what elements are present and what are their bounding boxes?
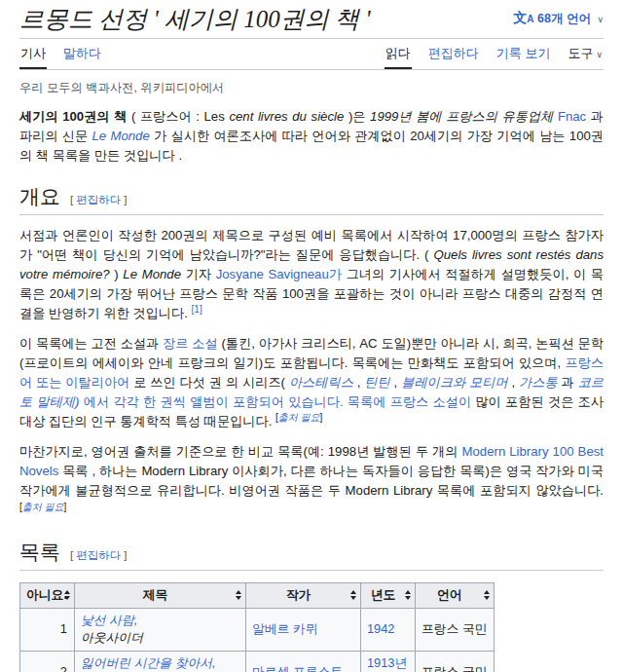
language-selector-button[interactable]: 文A 68개 언어 ∨	[513, 10, 604, 27]
text-run: 1999년 봄에 프랑스의 유통업체	[370, 109, 553, 124]
table-row: 1낯선 사람,아웃사이더알베르 카뮈1942프랑스 국민	[20, 608, 495, 651]
column-header-4[interactable]: 언어	[415, 582, 494, 608]
tab-talk[interactable]: 말하다	[62, 39, 102, 69]
section-heading-overview: 개요[편집하다]	[19, 183, 604, 215]
site-tagline: 우리 모두의 백과사전, 위키피디아에서	[19, 80, 604, 96]
tab-history[interactable]: 기록 보기	[495, 39, 552, 69]
column-header-label: 아니요.	[26, 587, 67, 602]
text-link[interactable]: Fnac	[558, 109, 586, 124]
table-body: 1낯선 사람,아웃사이더알베르 카뮈1942프랑스 국민2잃어버린 시간을 찾아…	[20, 608, 495, 672]
text-link[interactable]: 출처 필요	[22, 501, 64, 511]
text-run: 로 쓰인 다섯 권 의 시리즈(	[129, 375, 289, 390]
book-subtitle: 아웃사이더	[81, 630, 143, 645]
column-header-3[interactable]: 년도	[360, 582, 415, 608]
overview-paragraph-3: 마찬가지로, 영어권 출처를 기준으로 한 비교 목록(예: 1998년 발행된…	[19, 442, 604, 520]
text-run: Le Monde	[123, 267, 181, 281]
text-run: 과	[558, 375, 578, 390]
year-link[interactable]: 1942	[367, 621, 394, 636]
text-run: 이 목록에는 고전 소설과	[19, 336, 163, 351]
column-header-0[interactable]: 아니요.	[20, 582, 75, 608]
chevron-down-icon: ∨	[597, 15, 604, 24]
tab-tools[interactable]: 도구∨	[567, 39, 604, 69]
tab-article[interactable]: 기사	[19, 39, 47, 69]
text-run: 마찬가지로, 영어권 출처를 기준으로 한 비교 목록(예: 1998년 발행된…	[19, 444, 462, 459]
edit-link[interactable]: 편집하다	[76, 549, 121, 561]
column-header-1[interactable]: 제목	[74, 582, 245, 608]
books-table: 아니요.제목작가년도언어 1낯선 사람,아웃사이더알베르 카뮈1942프랑스 국…	[19, 582, 495, 672]
view-tabs: 읽다 편집하다 기록 보기 도구∨	[385, 39, 604, 69]
text-link[interactable]: 에서 각각 한 권씩 앨범이 포함되어 있습니다. 목록에 프랑스 소설이	[84, 394, 471, 409]
table-header-row: 아니요.제목작가년도언어	[20, 582, 495, 608]
sort-icon[interactable]	[405, 590, 411, 600]
section-heading-list: 목록[편집하다]	[19, 539, 604, 571]
reference-mark: ]	[64, 501, 67, 511]
chevron-down-icon: ∨	[596, 50, 603, 59]
column-header-2[interactable]: 작가	[245, 582, 360, 608]
tab-read[interactable]: 읽다	[385, 39, 412, 69]
text-run: ,	[353, 375, 364, 390]
cell-language: 프랑스 국민	[415, 651, 494, 672]
cell-year: 1913년 _ 27년	[360, 651, 415, 672]
column-header-label: 언어	[437, 587, 462, 602]
tab-edit[interactable]: 편집하다	[427, 39, 480, 69]
article-page: 르몽드 선정 ' 세기의 100권의 책 ' 文A 68개 언어 ∨ 기사 말하…	[0, 0, 623, 672]
text-run: cent livres du siècle	[229, 109, 344, 124]
cell-title: 낯선 사람,아웃사이더	[74, 608, 245, 651]
title-bar: 르몽드 선정 ' 세기의 100권의 책 ' 文A 68개 언어 ∨	[19, 6, 604, 39]
page-title: 르몽드 선정 ' 세기의 100권의 책 '	[19, 6, 371, 32]
edit-section-link[interactable]: [편집하다]	[70, 549, 127, 561]
edit-link[interactable]: 편집하다	[76, 194, 121, 205]
author-link[interactable]: 알베르 카뮈	[252, 621, 318, 636]
language-count-label: 68개 언어	[537, 12, 591, 25]
column-header-label: 작가	[286, 587, 312, 602]
sort-icon[interactable]	[236, 590, 241, 600]
text-link[interactable]: 가스통	[519, 375, 558, 390]
text-run: 세기의 100권의 책	[19, 109, 127, 124]
intro-paragraph: 세기의 100권의 책 ( 프랑스어 : Les cent livres du …	[19, 107, 604, 166]
author-link[interactable]: 마르셀 프루스트	[252, 664, 343, 672]
text-link[interactable]: [1]	[192, 304, 202, 315]
cell-author: 마르셀 프루스트	[245, 651, 360, 672]
text-link[interactable]: 장르 소설	[163, 336, 218, 351]
book-title-link[interactable]: 낯선 사람,	[81, 613, 137, 627]
text-run: 목록 , 하나는 Modern Library 이사회가, 다른 하나는 독자들…	[19, 464, 604, 498]
text-link[interactable]: 아스테릭스	[289, 375, 353, 390]
text-run: ( 프랑스어 : Les	[127, 109, 229, 124]
text-link[interactable]: Le Monde	[92, 129, 150, 143]
text-link[interactable]: Josyane Savigneau가	[216, 267, 342, 281]
text-link[interactable]: 틴틴	[364, 375, 389, 390]
article-tab-bar: 기사 말하다 읽다 편집하다 기록 보기 도구∨	[19, 39, 604, 70]
cell-author: 알베르 카뮈	[245, 608, 360, 651]
text-run: )은	[344, 109, 370, 124]
overview-paragraph-1: 서점과 언론인이 작성한 200권의 제목으로 구성된 예비 목록에서 시작하여…	[19, 226, 604, 323]
table-row: 2잃어버린 시간을 찾아서,과거의 기억을 찾아서마르셀 프루스트1913년 _…	[20, 651, 495, 672]
text-run: ,	[508, 375, 519, 390]
text-link[interactable]: 출처 필요	[278, 412, 320, 423]
text-run: )	[110, 267, 124, 281]
reference-mark: ]	[320, 412, 323, 423]
sort-icon[interactable]	[484, 590, 490, 600]
sort-icon[interactable]	[350, 590, 356, 600]
text-run: ,	[390, 375, 401, 390]
text-link[interactable]: 블레이크와 모티머	[401, 375, 507, 390]
namespace-tabs: 기사 말하다	[19, 39, 102, 69]
cell-title: 잃어버린 시간을 찾아서,과거의 기억을 찾아서	[74, 651, 245, 672]
year-link[interactable]: 1913년 _ 27년	[367, 655, 407, 672]
sort-icon[interactable]	[64, 590, 70, 600]
book-title-link[interactable]: 잃어버린 시간을 찾아서,	[81, 655, 216, 670]
overview-paragraph-2: 이 목록에는 고전 소설과 장르 소설 (톨킨, 아가사 크리스티, AC 도일…	[19, 334, 604, 431]
cell-language: 프랑스 국민	[415, 608, 494, 651]
column-header-label: 년도	[371, 587, 396, 602]
translate-icon: 文A	[513, 12, 533, 25]
text-run: 기자	[181, 267, 216, 281]
cell-number: 1	[20, 608, 75, 651]
cell-year: 1942	[360, 608, 415, 651]
edit-section-link[interactable]: [편집하다]	[70, 194, 127, 205]
column-header-label: 제목	[143, 587, 168, 602]
cell-number: 2	[20, 651, 75, 672]
